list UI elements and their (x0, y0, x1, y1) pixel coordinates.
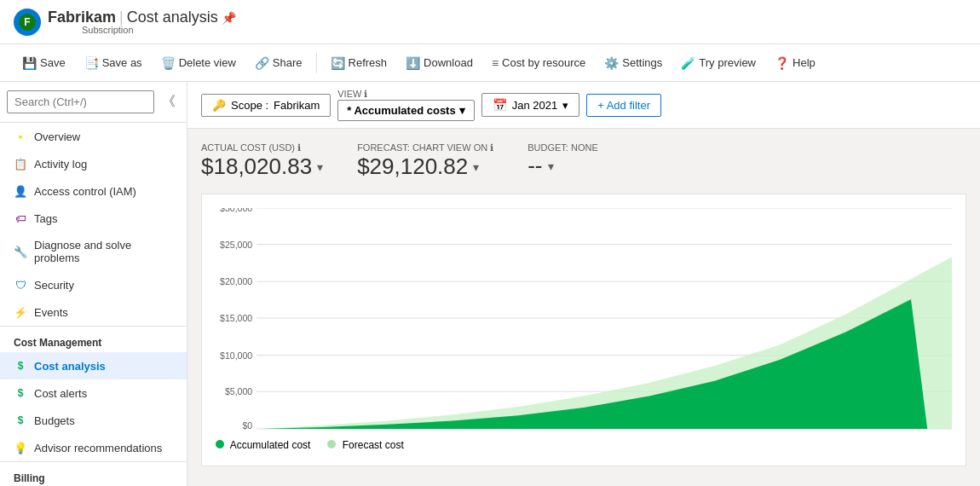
delete-icon: 🗑️ (161, 56, 176, 70)
sidebar-item-tags[interactable]: 🏷 Tags (0, 205, 187, 232)
collapse-sidebar-button[interactable]: 《 (158, 89, 180, 115)
cost-analysis-icon: $ (14, 359, 27, 373)
view-label: VIEW ℹ (337, 89, 474, 100)
sidebar-item-label: Diagnose and solve problems (34, 239, 173, 264)
download-icon: ⬇️ (406, 56, 420, 70)
settings-icon: ⚙️ (604, 56, 619, 70)
scope-button[interactable]: 🔑 Scope : Fabrikam (201, 94, 331, 117)
sidebar-item-label: Activity log (34, 158, 87, 171)
sidebar-item-label: Overview (34, 130, 80, 143)
budget-dropdown[interactable]: ▾ (548, 159, 554, 173)
date-picker-button[interactable]: 📅 Jan 2021 ▾ (481, 93, 580, 117)
svg-text:$25,000: $25,000 (220, 239, 252, 249)
sidebar-item-overview[interactable]: ▪ Overview (0, 123, 187, 150)
refresh-button[interactable]: 🔄 Refresh (322, 52, 396, 74)
sidebar-item-diagnose[interactable]: 🔧 Diagnose and solve problems (0, 232, 187, 271)
sidebar-search-area: 《 (0, 82, 187, 123)
main-layout: 《 ▪ Overview 📋 Activity log 👤 Access con… (0, 82, 980, 486)
share-icon: 🔗 (255, 56, 269, 70)
page-title: Cost analysis (127, 9, 218, 26)
budgets-icon: $ (14, 414, 27, 427)
sidebar-item-security[interactable]: 🛡 Security (0, 271, 187, 298)
sidebar-item-label: Access control (IAM) (34, 185, 136, 198)
actual-cost-label: ACTUAL COST (USD) ℹ (201, 142, 323, 153)
actual-cost-dropdown[interactable]: ▾ (317, 160, 323, 174)
toolbar-sep-1 (316, 53, 317, 73)
list-icon: ≡ (492, 56, 499, 70)
cost-by-resource-button[interactable]: ≡ Cost by resource (483, 52, 594, 74)
add-filter-label: + Add filter (597, 99, 650, 112)
svg-text:$10,000: $10,000 (220, 350, 252, 360)
sidebar-item-label: Cost alerts (34, 387, 87, 400)
preview-icon: 🧪 (681, 56, 695, 70)
help-button[interactable]: ❓ Help (766, 52, 824, 74)
legend-forecast: Forecast cost (327, 439, 403, 451)
refresh-icon: 🔄 (331, 56, 345, 70)
download-button[interactable]: ⬇️ Download (397, 52, 481, 74)
cost-chart: $30,000 $25,000 $20,000 $15,000 $10,000 … (201, 194, 966, 466)
svg-text:F: F (24, 16, 30, 28)
svg-marker-17 (261, 299, 927, 429)
header-title-area: Fabrikam | Cost analysis 📌 Subscription (48, 9, 236, 35)
budget-metric: BUDGET: NONE -- ▾ (527, 142, 598, 180)
actual-cost-metric: ACTUAL COST (USD) ℹ $18,020.83 ▾ (201, 142, 323, 180)
view-dropdown[interactable]: * Accumulated costs ▾ (337, 100, 474, 121)
forecast-label: FORECAST: CHART VIEW ON ℹ (357, 142, 493, 153)
svg-text:$0: $0 (242, 420, 252, 430)
settings-button[interactable]: ⚙️ Settings (596, 52, 671, 74)
app-logo: F (14, 9, 41, 36)
save-button[interactable]: 💾 Save (14, 52, 74, 74)
app-name: Fabrikam (48, 9, 116, 26)
svg-text:$15,000: $15,000 (220, 313, 252, 323)
sidebar: 《 ▪ Overview 📋 Activity log 👤 Access con… (0, 82, 187, 486)
search-input[interactable] (7, 90, 154, 113)
events-icon: ⚡ (14, 305, 27, 319)
sidebar-item-cost-alerts[interactable]: $ Cost alerts (0, 379, 187, 407)
sidebar-item-label: Events (34, 306, 68, 319)
view-section: VIEW ℹ * Accumulated costs ▾ (337, 89, 474, 121)
app-header: F Fabrikam | Cost analysis 📌 Subscriptio… (0, 0, 980, 44)
sidebar-item-iam[interactable]: 👤 Access control (IAM) (0, 177, 187, 205)
sidebar-item-events[interactable]: ⚡ Events (0, 298, 187, 326)
delete-view-button[interactable]: 🗑️ Delete view (153, 52, 245, 74)
svg-text:$30,000: $30,000 (220, 208, 252, 213)
metrics-row: ACTUAL COST (USD) ℹ $18,020.83 ▾ FORECAS… (201, 142, 966, 180)
view-value: * Accumulated costs (347, 104, 455, 117)
save-as-button[interactable]: 📑 Save as (76, 52, 151, 74)
budget-label: BUDGET: NONE (527, 142, 598, 153)
main-content: 🔑 Scope : Fabrikam VIEW ℹ * Accumulated … (187, 82, 980, 486)
sidebar-item-activity-log[interactable]: 📋 Activity log (0, 150, 187, 177)
cost-management-section: Cost Management (0, 326, 187, 352)
security-icon: 🛡 (14, 278, 27, 292)
svg-text:$5,000: $5,000 (225, 386, 252, 396)
sidebar-item-cost-analysis[interactable]: $ Cost analysis (0, 352, 187, 379)
budget-value: -- ▾ (527, 153, 598, 179)
actual-cost-value: $18,020.83 ▾ (201, 153, 323, 180)
forecast-cost-dot (327, 440, 336, 448)
chart-svg: $30,000 $25,000 $20,000 $15,000 $10,000 … (216, 208, 952, 430)
chevron-down-icon: ▾ (459, 104, 465, 117)
legend-accumulated: Accumulated cost (216, 439, 310, 451)
scope-icon: 🔑 (212, 99, 226, 112)
forecast-value: $29,120.82 ▾ (357, 153, 493, 180)
add-filter-button[interactable]: + Add filter (586, 94, 661, 117)
save-as-icon: 📑 (84, 56, 99, 70)
diagnose-icon: 🔧 (14, 245, 27, 258)
advisor-icon: 💡 (14, 441, 27, 454)
scope-value: Fabrikam (274, 99, 320, 112)
sidebar-item-label: Tags (34, 212, 57, 225)
save-icon: 💾 (22, 56, 37, 70)
forecast-metric: FORECAST: CHART VIEW ON ℹ $29,120.82 ▾ (357, 142, 493, 180)
sidebar-item-advisor[interactable]: 💡 Advisor recommendations (0, 434, 187, 461)
tags-icon: 🏷 (14, 211, 27, 225)
try-preview-button[interactable]: 🧪 Try preview (672, 52, 764, 74)
forecast-dropdown[interactable]: ▾ (473, 160, 479, 174)
share-button[interactable]: 🔗 Share (246, 52, 311, 74)
accumulated-cost-label: Accumulated cost (230, 439, 311, 451)
pin-icon[interactable]: 📌 (222, 11, 236, 25)
sidebar-item-budgets[interactable]: $ Budgets (0, 407, 187, 434)
svg-text:$20,000: $20,000 (220, 276, 252, 286)
activity-log-icon: 📋 (14, 157, 27, 171)
chart-area: ACTUAL COST (USD) ℹ $18,020.83 ▾ FORECAS… (187, 129, 980, 486)
iam-icon: 👤 (14, 184, 27, 198)
